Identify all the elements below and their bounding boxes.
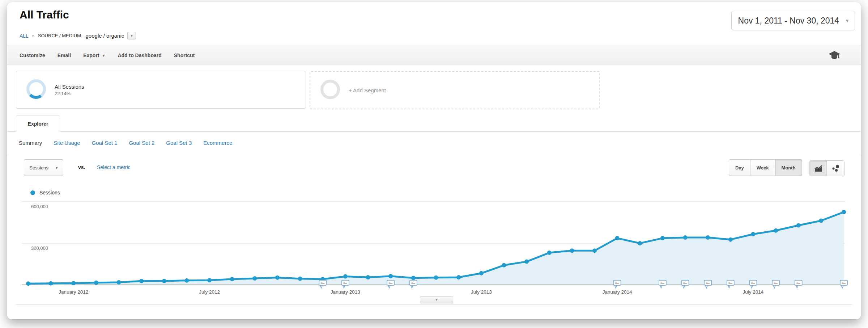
breadcrumb-all-link[interactable]: ALL xyxy=(20,33,29,39)
data-point[interactable] xyxy=(615,236,620,240)
chevron-down-icon: ▼ xyxy=(435,298,438,302)
tab-explorer[interactable]: Explorer xyxy=(16,115,60,132)
data-point[interactable] xyxy=(184,278,189,283)
chevron-down-icon: ▼ xyxy=(102,54,106,58)
subnav-ecommerce[interactable]: Ecommerce xyxy=(203,140,232,146)
granularity-month-button[interactable]: Month xyxy=(775,159,802,176)
data-point[interactable] xyxy=(502,263,506,268)
data-point[interactable] xyxy=(751,232,755,236)
annotation-marker[interactable] xyxy=(727,280,734,288)
annotation-marker[interactable] xyxy=(795,280,802,288)
data-point[interactable] xyxy=(298,277,302,281)
add-to-dashboard-button[interactable]: Add to Dashboard xyxy=(118,52,161,58)
data-point[interactable] xyxy=(524,260,529,264)
shortcut-button[interactable]: Shortcut xyxy=(174,52,195,58)
data-point[interactable] xyxy=(728,237,733,242)
chart-type-toggle xyxy=(809,160,844,176)
vs-label: vs. xyxy=(78,164,85,170)
data-point[interactable] xyxy=(94,281,98,285)
data-point[interactable] xyxy=(819,219,823,223)
annotation-marker[interactable] xyxy=(682,280,689,288)
breadcrumb-dimension-label: SOURCE / MEDIUM: xyxy=(38,33,82,38)
select-a-metric-link[interactable]: Select a metric xyxy=(97,164,131,170)
breadcrumb-dimension-value: google / organic xyxy=(86,33,124,39)
annotation-marker[interactable] xyxy=(410,280,417,288)
data-point[interactable] xyxy=(252,276,257,281)
x-axis-tick-label: July 2012 xyxy=(199,289,220,295)
data-point[interactable] xyxy=(411,276,416,280)
data-point[interactable] xyxy=(117,280,121,285)
subnav-site-usage[interactable]: Site Usage xyxy=(54,140,80,146)
x-axis-tick-label: January 2012 xyxy=(59,289,88,295)
y-axis-tick-label: 600,000 xyxy=(31,204,48,209)
x-axis-tick-label: July 2014 xyxy=(743,289,764,295)
line-chart-icon xyxy=(814,164,823,172)
subnav-goal-set-3[interactable]: Goal Set 3 xyxy=(166,140,192,146)
annotation-marker[interactable] xyxy=(342,280,349,288)
data-point[interactable] xyxy=(592,248,597,253)
legend-label: Sessions xyxy=(39,190,60,195)
granularity-day-button[interactable]: Day xyxy=(729,159,750,176)
data-point[interactable] xyxy=(434,276,438,280)
legend-dot xyxy=(30,190,35,195)
chart-legend: Sessions xyxy=(30,190,60,195)
data-point[interactable] xyxy=(71,281,76,285)
data-point[interactable] xyxy=(774,228,778,233)
granularity-week-button[interactable]: Week xyxy=(750,159,775,176)
data-point[interactable] xyxy=(207,278,212,282)
data-point[interactable] xyxy=(275,276,280,280)
line-chart-button[interactable] xyxy=(810,161,827,176)
subnav-goal-set-1[interactable]: Goal Set 1 xyxy=(92,140,118,146)
data-point[interactable] xyxy=(638,241,642,245)
data-point[interactable] xyxy=(706,235,710,240)
breadcrumb-separator: » xyxy=(32,33,35,39)
data-point[interactable] xyxy=(683,235,688,240)
email-button[interactable]: Email xyxy=(58,52,71,58)
data-point[interactable] xyxy=(388,274,393,278)
add-segment-button[interactable]: + Add Segment xyxy=(310,71,600,109)
data-point[interactable] xyxy=(162,279,166,283)
data-point[interactable] xyxy=(796,223,801,228)
annotation-marker[interactable] xyxy=(387,280,394,288)
breadcrumb-dropdown-button[interactable]: ▼ xyxy=(127,32,136,39)
export-button[interactable]: Export▼ xyxy=(83,52,105,58)
data-point[interactable] xyxy=(456,275,461,279)
customize-button[interactable]: Customize xyxy=(20,52,45,58)
annotation-marker[interactable] xyxy=(749,280,757,288)
annotation-marker[interactable] xyxy=(840,280,847,288)
segment-all-sessions[interactable]: All Sessions 22.14% xyxy=(16,71,306,109)
date-range-selector[interactable]: Nov 1, 2011 - Nov 30, 2014 ▼ xyxy=(731,11,855,30)
graduation-cap-icon xyxy=(828,50,841,60)
annotation-marker[interactable] xyxy=(614,280,621,288)
data-point[interactable] xyxy=(343,274,348,279)
report-toolbar: Customize Email Export▼ Add to Dashboard… xyxy=(7,46,861,65)
data-point[interactable] xyxy=(660,236,665,240)
subnav-summary[interactable]: Summary xyxy=(19,140,42,146)
data-point[interactable] xyxy=(230,277,234,281)
subnav-goal-set-2[interactable]: Goal Set 2 xyxy=(129,140,154,146)
annotation-marker[interactable] xyxy=(772,280,779,288)
chart-bottom-divider xyxy=(16,304,852,305)
data-point[interactable] xyxy=(570,248,574,253)
x-axis-tick-label: January 2014 xyxy=(603,289,632,295)
data-point[interactable] xyxy=(547,251,552,255)
data-point[interactable] xyxy=(479,271,484,276)
data-point[interactable] xyxy=(842,210,846,214)
segment-percent: 22.14% xyxy=(55,91,84,96)
data-point[interactable] xyxy=(26,281,30,286)
annotations-drawer-toggle[interactable]: ▼ xyxy=(420,296,453,303)
segment-name: All Sessions xyxy=(55,84,84,90)
metric-selector[interactable]: Sessions ▼ xyxy=(24,159,63,176)
analytics-report-panel: All Traffic ALL » SOURCE / MEDIUM: googl… xyxy=(7,2,861,319)
data-point[interactable] xyxy=(366,275,370,279)
annotation-marker[interactable] xyxy=(704,280,711,288)
annotation-marker[interactable] xyxy=(319,280,326,288)
data-point[interactable] xyxy=(49,281,53,286)
annotation-marker[interactable] xyxy=(659,280,666,288)
intelligence-events-button[interactable] xyxy=(828,50,841,62)
chevron-down-icon: ▼ xyxy=(55,166,59,170)
add-segment-label: + Add Segment xyxy=(349,87,386,93)
data-point[interactable] xyxy=(139,279,144,283)
sessions-line-chart[interactable]: 300,000600,000January 2012July 2012Janua… xyxy=(7,197,861,311)
motion-chart-button[interactable] xyxy=(827,161,844,176)
